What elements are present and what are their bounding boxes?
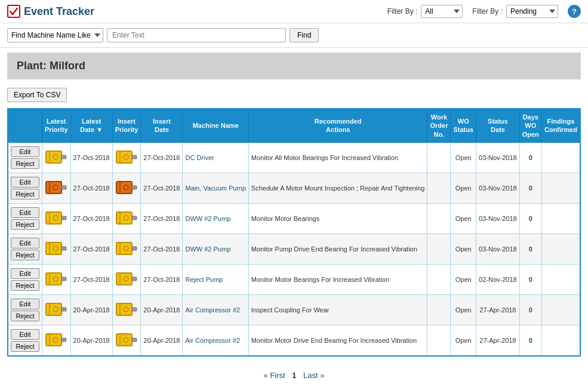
insert-priority-cell — [112, 294, 141, 325]
plant-title: Plant: Milford — [7, 53, 581, 79]
svg-rect-30 — [132, 247, 137, 250]
search-field-select[interactable]: Find Machine Name Like Find Event Like — [7, 28, 103, 42]
svg-rect-1 — [46, 151, 61, 163]
table-row: Edit Reject 27-Oct-2018 — [8, 203, 580, 234]
svg-rect-9 — [46, 182, 61, 194]
col-work-order-header: WorkOrderNo. — [427, 109, 451, 142]
table-row: Edit Reject 20-Apr-2018 — [8, 325, 580, 356]
edit-button[interactable]: Edit — [11, 299, 39, 309]
work-order-cell — [427, 173, 451, 203]
insert-date-cell: 27-Oct-2018 — [141, 264, 183, 294]
action-buttons-cell: Edit Reject — [8, 325, 42, 356]
help-button[interactable]: ? — [568, 5, 581, 18]
svg-rect-46 — [132, 308, 137, 311]
table-row: Edit Reject 20-Apr-2018 — [8, 294, 580, 325]
action-buttons-cell: Edit Reject — [8, 203, 42, 234]
latest-priority-cell — [42, 264, 71, 294]
first-page-link[interactable]: « First — [263, 371, 285, 380]
priority-motor-icon — [115, 240, 138, 257]
priority-motor-icon — [45, 301, 67, 318]
priority-motor-icon — [115, 149, 138, 165]
action-buttons-cell: Edit Reject — [8, 142, 42, 173]
edit-button[interactable]: Edit — [11, 238, 39, 248]
rec-actions-cell: Monitor Motor Bearings For Increased Vib… — [248, 264, 427, 294]
machine-name-link[interactable]: Main, Vacuum Pump — [185, 185, 245, 192]
findings-confirmed-cell — [541, 264, 580, 294]
svg-rect-53 — [116, 334, 132, 346]
find-button[interactable]: Find — [290, 28, 319, 42]
rec-actions-cell: Schedule A Motor Mount Inspection ; Repa… — [248, 173, 427, 203]
machine-name-link[interactable]: Reject Pump — [185, 276, 223, 283]
edit-button[interactable]: Edit — [11, 268, 39, 279]
findings-confirmed-cell — [541, 173, 580, 203]
col-status-date-header: StatusDate — [476, 109, 520, 142]
latest-priority-cell — [42, 142, 71, 173]
svg-rect-37 — [116, 273, 132, 285]
latest-priority-cell — [42, 294, 71, 325]
col-findings-confirmed-header: FindingsConfirmed — [541, 109, 580, 142]
reject-button[interactable]: Reject — [11, 311, 39, 321]
findings-confirmed-cell — [541, 234, 580, 264]
reject-button[interactable]: Reject — [11, 189, 39, 199]
latest-date-cell: 27-Oct-2018 — [70, 203, 112, 234]
work-order-cell — [427, 264, 451, 294]
machine-name-link[interactable]: Air Compressor #2 — [185, 306, 240, 314]
work-order-cell — [427, 142, 451, 173]
insert-date-cell: 20-Apr-2018 — [141, 294, 183, 325]
rec-actions-cell: Monitor Motor Bearings — [248, 203, 427, 234]
insert-date-cell: 27-Oct-2018 — [141, 203, 183, 234]
machine-name-cell: DWW #2 Pump — [183, 203, 248, 234]
table-header-row: LatestPriority LatestDate ▼ InsertPriori… — [8, 109, 580, 142]
search-input[interactable] — [107, 28, 286, 42]
insert-date-cell: 27-Oct-2018 — [141, 234, 183, 264]
filter2-select[interactable]: Pending Completed All — [506, 5, 558, 18]
table-row: Edit Reject 27-Oct-2018 — [8, 173, 580, 203]
reject-button[interactable]: Reject — [11, 250, 39, 260]
latest-date-cell: 27-Oct-2018 — [70, 142, 112, 173]
machine-name-link[interactable]: DWW #2 Pump — [185, 245, 230, 253]
edit-button[interactable]: Edit — [11, 207, 39, 218]
status-date-cell: 03-Nov-2018 — [476, 173, 520, 203]
filter1-select[interactable]: All Active Inactive — [421, 5, 463, 18]
machine-name-link[interactable]: DC Driver — [185, 154, 214, 161]
edit-button[interactable]: Edit — [11, 177, 39, 188]
insert-date-cell: 27-Oct-2018 — [141, 142, 183, 173]
insert-priority-cell — [112, 142, 141, 173]
days-wo-open-cell: 0 — [519, 203, 541, 234]
priority-motor-icon — [45, 240, 67, 257]
machine-name-link[interactable]: DWW #2 Pump — [185, 215, 230, 222]
rec-actions-cell: Monitor All Motor Bearings For Increased… — [248, 142, 427, 173]
latest-date-cell: 20-Apr-2018 — [70, 294, 112, 325]
rec-actions-cell: Monitor Pump Drive End Bearing For Incre… — [248, 234, 427, 264]
reject-button[interactable]: Reject — [11, 341, 39, 352]
reject-button[interactable]: Reject — [11, 219, 39, 230]
latest-priority-cell — [42, 173, 71, 203]
export-area: Export To CSV — [0, 84, 588, 106]
last-page-link[interactable]: Last » — [303, 371, 324, 380]
svg-rect-41 — [46, 303, 61, 315]
findings-confirmed-cell — [541, 203, 580, 234]
reject-button[interactable]: Reject — [11, 158, 39, 169]
insert-priority-cell — [112, 234, 141, 264]
days-wo-open-cell: 0 — [519, 234, 541, 264]
machine-name-cell: Main, Vacuum Pump — [183, 173, 248, 203]
machine-name-cell: DC Driver — [183, 142, 248, 173]
edit-button[interactable]: Edit — [11, 146, 39, 157]
wo-status-cell: Open — [451, 203, 476, 234]
action-buttons-cell: Edit Reject — [8, 173, 42, 203]
export-csv-button[interactable]: Export To CSV — [7, 88, 67, 102]
table-row: Edit Reject 27-Oct-2018 — [8, 264, 580, 294]
priority-motor-icon — [115, 179, 138, 196]
machine-name-link[interactable]: Air Compressor #2 — [185, 337, 240, 344]
priority-motor-icon — [115, 331, 138, 348]
edit-button[interactable]: Edit — [11, 329, 39, 340]
svg-rect-49 — [46, 334, 61, 346]
priority-motor-icon — [115, 210, 138, 226]
data-table-wrapper: LatestPriority LatestDate ▼ InsertPriori… — [0, 106, 588, 364]
machine-name-cell: DWW #2 Pump — [183, 234, 248, 264]
wo-status-cell: Open — [451, 173, 476, 203]
reject-button[interactable]: Reject — [11, 280, 39, 291]
svg-rect-33 — [46, 273, 61, 285]
col-machine-name-header: Machine Name — [183, 109, 248, 142]
status-date-cell: 03-Nov-2018 — [476, 203, 520, 234]
